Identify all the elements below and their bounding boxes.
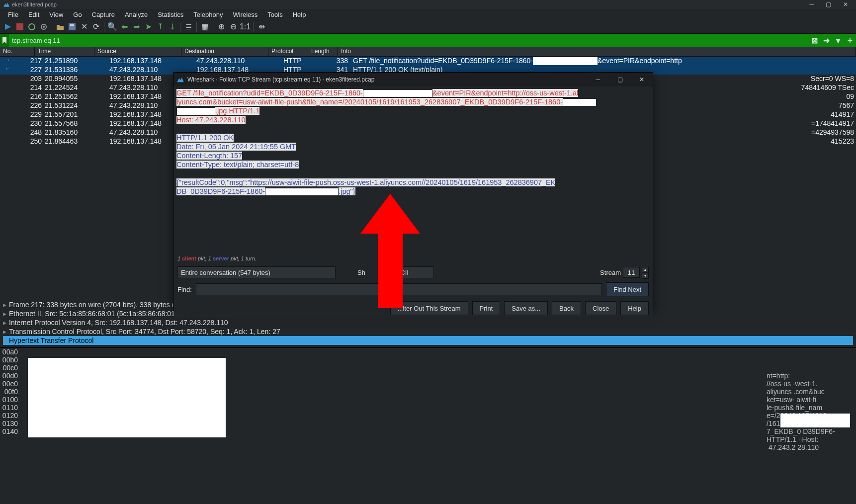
redacted-block	[176, 107, 215, 115]
find-input[interactable]	[196, 283, 602, 295]
go-first-icon[interactable]: ⤒	[155, 22, 165, 32]
jump-packet-icon[interactable]: ➤	[143, 22, 153, 32]
detail-http[interactable]: ▸Hypertext Transfer Protocol	[3, 336, 853, 345]
prev-packet-icon[interactable]: ⬅	[119, 22, 129, 32]
column-header-destination[interactable]: Destination	[181, 47, 268, 56]
detail-ip[interactable]: ▸Internet Protocol Version 4, Src: 192.1…	[3, 318, 853, 327]
maximize-icon[interactable]: ▢	[826, 1, 831, 8]
save-file-icon[interactable]	[67, 22, 77, 32]
window-title: eken3filtered.pcap	[12, 1, 57, 7]
dialog-title: Wireshark · Follow TCP Stream (tcp.strea…	[187, 76, 374, 83]
close-icon[interactable]: ✕	[843, 1, 848, 8]
restart-capture-icon[interactable]	[27, 22, 37, 32]
stream-label: Stream	[600, 269, 621, 276]
column-header-info[interactable]: Info	[338, 47, 856, 56]
column-header-source[interactable]: Source	[94, 47, 181, 56]
find-packet-icon[interactable]: 🔍	[107, 22, 117, 32]
menu-wireless[interactable]: Wireless	[228, 10, 262, 19]
reload-icon[interactable]: ⟳	[91, 22, 101, 32]
print-button[interactable]: Print	[472, 301, 501, 315]
open-file-icon[interactable]	[55, 22, 65, 32]
colorize-icon[interactable]: ▦	[200, 22, 210, 32]
filter-bookmark-icon[interactable]	[0, 34, 9, 47]
svg-rect-0	[16, 23, 23, 30]
menu-capture[interactable]: Capture	[87, 10, 120, 19]
show-label: Sh	[357, 269, 365, 276]
autoscroll-icon[interactable]: ≣	[183, 22, 193, 32]
close-button[interactable]: Close	[585, 301, 616, 315]
stream-stats: 1 client pkt, 1 server pkt, 1 turn.	[173, 255, 653, 264]
menu-view[interactable]: View	[44, 10, 68, 19]
detail-tcp[interactable]: ▸Transmission Control Protocol, Src Port…	[3, 327, 853, 336]
encoding-select[interactable]: ASCII	[388, 266, 434, 278]
svg-point-1	[29, 24, 35, 30]
column-header-no[interactable]: No.	[0, 47, 35, 56]
column-header-time[interactable]: Time	[35, 47, 94, 56]
redacted-hex-block	[28, 358, 226, 437]
stream-content[interactable]: GET /file_notification?udid=EKDB_0D39D9F…	[173, 86, 653, 255]
menu-edit[interactable]: Edit	[23, 10, 44, 19]
display-filter-bar: ⊠ ➜ ▾ ＋	[0, 34, 856, 47]
menu-help[interactable]: Help	[288, 10, 311, 19]
dialog-maximize-icon[interactable]: ▢	[609, 73, 631, 86]
svg-rect-5	[70, 24, 74, 26]
go-last-icon[interactable]: ⤓	[167, 22, 177, 32]
menu-telephony[interactable]: Telephony	[188, 10, 228, 19]
menu-bar: File Edit View Go Capture Analyze Statis…	[0, 9, 856, 20]
svg-point-3	[43, 26, 45, 28]
zoom-out-icon[interactable]: ⊖	[228, 22, 238, 32]
clear-filter-icon[interactable]: ⊠	[808, 34, 820, 47]
close-file-icon[interactable]: ✕	[79, 22, 89, 32]
menu-statistics[interactable]: Statistics	[153, 10, 188, 19]
redacted-block	[563, 98, 597, 106]
packet-bytes[interactable]: 00a000b000c000d000e000f00100011001200130…	[0, 347, 856, 449]
wireshark-icon	[176, 76, 184, 84]
dialog-close-icon[interactable]: ✕	[631, 73, 653, 86]
zoom-in-icon[interactable]: ⊕	[216, 22, 226, 32]
start-capture-icon[interactable]	[3, 22, 13, 32]
apply-filter-icon[interactable]: ➜	[820, 34, 832, 47]
help-button[interactable]: Help	[620, 301, 649, 315]
column-header-protocol[interactable]: Protocol	[268, 47, 308, 56]
menu-tools[interactable]: Tools	[262, 10, 287, 19]
dialog-title-bar: Wireshark · Follow TCP Stream (tcp.strea…	[173, 73, 653, 86]
menu-analyze[interactable]: Analyze	[120, 10, 153, 19]
zoom-reset-icon[interactable]: 1:1	[240, 22, 250, 32]
menu-go[interactable]: Go	[68, 10, 86, 19]
menu-file[interactable]: File	[3, 10, 23, 19]
redacted-ascii-block	[780, 414, 850, 427]
back-button[interactable]: Back	[552, 301, 581, 315]
conversation-select[interactable]: Entire conversation (547 bytes)	[177, 266, 336, 278]
save-as-button[interactable]: Save as...	[504, 301, 548, 315]
stream-spinner[interactable]: ▲▼	[642, 267, 649, 278]
stream-number-input[interactable]	[623, 267, 640, 278]
filter-out-stream-button[interactable]: ...lter Out This Stream	[390, 301, 468, 315]
redacted-block	[265, 188, 339, 196]
find-next-button[interactable]: Find Next	[606, 282, 649, 296]
column-header-length[interactable]: Length	[308, 47, 338, 56]
wireshark-icon	[3, 1, 10, 8]
filter-history-icon[interactable]: ▾	[832, 34, 844, 47]
find-label: Find:	[177, 286, 192, 293]
resize-columns-icon[interactable]: ⇹	[257, 22, 266, 32]
options-icon[interactable]	[39, 22, 49, 32]
display-filter-input[interactable]	[9, 34, 808, 47]
stop-capture-icon[interactable]	[15, 22, 25, 32]
toolbar: ✕ ⟳ 🔍 ⬅ ➡ ➤ ⤒ ⤓ ≣ ▦ ⊕ ⊖ 1:1 ⇹	[0, 20, 856, 34]
title-bar: eken3filtered.pcap ─ ▢ ✕	[0, 0, 856, 9]
next-packet-icon[interactable]: ➡	[131, 22, 141, 32]
add-filter-icon[interactable]: ＋	[844, 34, 856, 47]
minimize-icon[interactable]: ─	[809, 1, 814, 8]
redacted-block	[363, 89, 432, 97]
follow-tcp-stream-dialog: Wireshark · Follow TCP Stream (tcp.strea…	[173, 72, 653, 311]
dialog-minimize-icon[interactable]: ─	[587, 73, 609, 86]
table-row[interactable]: →21721.251890192.168.137.14847.243.228.1…	[0, 57, 856, 66]
